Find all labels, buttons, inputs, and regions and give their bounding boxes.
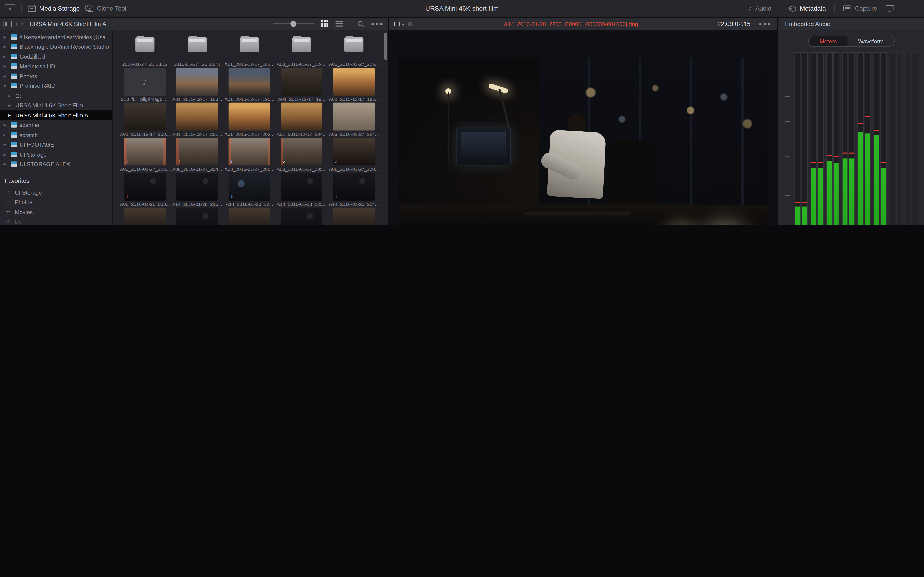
clip-thumbnail[interactable] <box>281 68 323 95</box>
tab-waveform[interactable]: Waveform <box>848 36 895 47</box>
chevron-right-icon[interactable]: ▸ <box>3 73 8 79</box>
clip-thumbnail[interactable] <box>229 68 270 95</box>
panel-toggle-icon[interactable] <box>3 21 12 27</box>
chevron-down-icon[interactable]: ▾ <box>3 83 8 89</box>
grade-bypass-icon[interactable] <box>408 22 412 26</box>
folder-item[interactable]: A03_2016-01-27_225... <box>328 32 380 68</box>
metadata-panel-button[interactable]: Metadata <box>788 5 826 12</box>
clip-thumbnail[interactable] <box>333 32 375 60</box>
storage-tree-item[interactable]: ▸scratch <box>0 130 112 140</box>
clip-item[interactable]: A14_2016-01-28_223... <box>276 172 328 208</box>
clip-thumbnail[interactable]: ♪ <box>333 137 375 166</box>
external-display-icon[interactable] <box>885 4 895 12</box>
clip-thumbnail[interactable] <box>281 103 323 131</box>
clip-thumbnail[interactable] <box>124 32 166 60</box>
storage-tree-item[interactable]: ▸UI STORAGE ALEX <box>0 159 112 169</box>
clip-item[interactable]: A01_2015-12-17_195... <box>328 68 380 103</box>
chevron-right-icon[interactable]: ▸ <box>3 152 8 157</box>
clip-item[interactable]: A14_2016-01-28_215... <box>171 172 223 208</box>
clip-item[interactable]: A01_2015-12-17_201... <box>171 103 223 138</box>
storage-tree-item[interactable]: ▸URSA Mini 4.6K Short Film A <box>0 110 112 120</box>
clip-item[interactable]: A01_2015-12-17_183... <box>171 68 223 103</box>
tab-meters[interactable]: Meters <box>809 36 847 47</box>
ui-layout-toggle[interactable]: v <box>5 4 16 13</box>
clip-item[interactable]: A01_2015-12-17_200... <box>119 103 171 138</box>
chevron-right-icon[interactable]: ▸ <box>8 103 13 108</box>
storage-tree-item[interactable]: ▸URSA Mini 4.6K Short Film <box>0 101 112 110</box>
favorite-item[interactable]: ☆Photos <box>0 197 112 207</box>
favorite-item[interactable]: ☆Movies <box>0 207 112 217</box>
search-icon[interactable] <box>357 21 364 27</box>
clip-item[interactable]: A01_2015-12-17_190... <box>223 68 276 103</box>
chevron-right-icon[interactable]: ▸ <box>8 113 13 118</box>
media-storage-button[interactable]: Media Storage <box>28 5 80 12</box>
favorite-item[interactable]: ☆UI Storage <box>0 187 112 197</box>
clip-item[interactable]: ♪A08_2016-01-27_204... <box>171 208 223 224</box>
chevron-right-icon[interactable]: ▸ <box>3 54 8 59</box>
clip-thumbnail[interactable] <box>281 172 323 201</box>
clip-item[interactable]: ♪A08_2016-01-27_220... <box>328 208 380 224</box>
clip-thumbnail[interactable]: ♪ <box>124 68 166 95</box>
storage-tree-item[interactable]: ▸Photos <box>0 71 112 81</box>
clip-thumbnail[interactable]: ♪ <box>176 208 218 224</box>
clip-item[interactable]: ♪A08_2016-01-27_204... <box>171 137 223 172</box>
audio-panel-button[interactable]: ♪ Audio <box>748 4 771 13</box>
chevron-right-icon[interactable]: ▸ <box>3 44 8 49</box>
clip-item[interactable]: ♪A08_2016-01-27_211... <box>276 208 328 224</box>
storage-tree-item[interactable]: ▸scanner <box>0 120 112 130</box>
viewer-options-icon[interactable]: ●●● <box>759 21 772 27</box>
favorite-item[interactable]: ☆Dv <box>0 217 112 224</box>
clip-item[interactable]: ♪A08_2016-01-28_000... <box>119 172 171 208</box>
clip-thumbnail[interactable]: ♪ <box>176 137 218 166</box>
folder-item[interactable]: 2016-01-27 , 23.08.41 <box>171 32 223 68</box>
clip-thumbnail[interactable]: ♪ <box>333 208 375 224</box>
clip-thumbnail[interactable]: ♪ <box>229 172 270 201</box>
viewer-zoom-select[interactable]: Fit ▾ <box>394 21 404 27</box>
clip-item[interactable]: ♪218_full_pilgrimage_... <box>119 68 171 103</box>
chevron-right-icon[interactable]: ▸ <box>3 122 8 127</box>
clip-thumbnail[interactable]: ♪ <box>124 137 166 166</box>
clip-item[interactable]: A08_2016-01-27_205... <box>223 208 276 224</box>
clip-thumbnail[interactable] <box>176 103 218 131</box>
video-preview[interactable] <box>389 30 777 224</box>
clip-thumbnail[interactable]: ♪ <box>124 172 166 201</box>
clip-thumbnail[interactable] <box>176 68 218 95</box>
clip-thumbnail[interactable] <box>333 68 375 95</box>
clip-thumbnail[interactable]: ♪ <box>281 208 323 224</box>
storage-tree-item[interactable]: ▸UI Storage <box>0 150 112 159</box>
clip-item[interactable]: A01_2015-12-17_204... <box>276 103 328 138</box>
storage-tree-item[interactable]: ▸C: <box>0 91 112 100</box>
clip-item[interactable]: A01_2015-12-17_19... <box>276 68 328 103</box>
clip-item[interactable]: ♪A08_2016-01-27_205... <box>223 137 276 172</box>
clip-item[interactable]: ♪A08_2016-01-27_205... <box>276 137 328 172</box>
chevron-right-icon[interactable]: ▸ <box>3 132 8 137</box>
clip-thumbnail[interactable]: ♪ <box>281 137 323 166</box>
browser-scrollbar[interactable] <box>384 32 387 60</box>
clip-item[interactable]: A03_2016-01-27_224... <box>328 103 380 138</box>
capture-button[interactable]: Capture <box>843 5 877 12</box>
storage-tree-item[interactable]: ▸/Users/alexanderdiaz/Movies (Usage: 67%… <box>0 32 112 42</box>
list-view-icon[interactable] <box>335 21 342 27</box>
thumbnail-size-slider[interactable] <box>272 23 314 24</box>
clip-thumbnail[interactable] <box>229 32 270 60</box>
back-arrow[interactable]: ‹ <box>16 20 18 27</box>
forward-arrow[interactable]: › <box>21 20 24 27</box>
folder-item[interactable]: A01_2015-12-17_182... <box>223 32 276 68</box>
clip-item[interactable]: ♪A08_2016-01-27_220... <box>328 137 380 172</box>
chevron-right-icon[interactable]: ▸ <box>3 161 8 167</box>
folder-item[interactable]: 2016-01-27, 22.23.12 <box>119 32 171 68</box>
grid-view-icon[interactable] <box>321 20 328 27</box>
chevron-right-icon[interactable]: ▸ <box>3 64 8 69</box>
clip-item[interactable]: A01_2015-12-17_202... <box>223 103 276 138</box>
clip-thumbnail[interactable] <box>229 103 270 131</box>
clip-item[interactable]: ♪A03_2016-01-27_225... <box>119 208 171 224</box>
clip-thumbnail[interactable] <box>281 32 323 60</box>
clip-thumbnail[interactable] <box>176 172 218 201</box>
storage-tree-item[interactable]: ▸GodZilla dr <box>0 52 112 61</box>
options-menu-icon[interactable]: ●●● <box>371 21 384 27</box>
storage-tree-item[interactable]: ▾Promise RAID <box>0 81 112 91</box>
clip-item[interactable]: ♪A14_2016-01-28_224... <box>328 172 380 208</box>
clone-tool-button[interactable]: Clone Tool <box>86 5 126 12</box>
storage-tree-item[interactable]: ▸UI FOOTAGE <box>0 140 112 149</box>
clip-item[interactable]: ♪A14_2016-01-28_22... <box>223 172 276 208</box>
